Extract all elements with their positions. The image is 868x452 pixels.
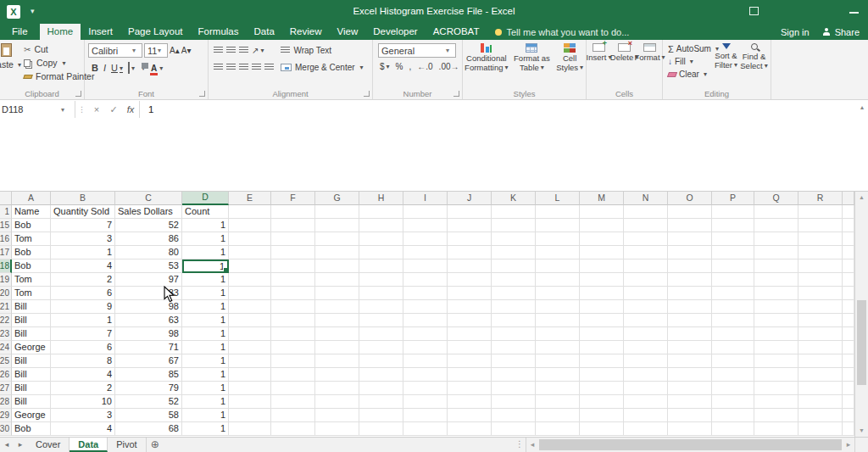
cell-L123[interactable] <box>536 327 580 341</box>
cell-M129[interactable] <box>580 409 624 422</box>
cell-B119[interactable]: 2 <box>51 273 115 287</box>
cell-F122[interactable] <box>271 314 315 327</box>
cell-R115[interactable] <box>798 219 843 232</box>
cell-O116[interactable] <box>668 232 712 246</box>
cell-F123[interactable] <box>271 327 315 341</box>
cell-A130[interactable]: Bob <box>12 422 51 436</box>
cell-M119[interactable] <box>580 273 624 287</box>
cell-Q130[interactable] <box>754 422 798 436</box>
cell-M121[interactable] <box>580 300 624 314</box>
cell-G121[interactable] <box>315 300 359 314</box>
cell-C118[interactable]: 53 <box>115 259 182 273</box>
ribbon-tab-review[interactable]: Review <box>282 24 330 40</box>
cell-N1[interactable] <box>624 205 668 219</box>
name-box-resizer-icon[interactable]: ⋮ <box>75 105 88 114</box>
cell-N118[interactable] <box>624 259 668 273</box>
cell-B120[interactable]: 6 <box>51 287 115 300</box>
cell-M118[interactable] <box>580 259 624 273</box>
cell-P115[interactable] <box>712 219 754 232</box>
formula-bar-collapse-icon[interactable]: ▴ <box>860 103 864 111</box>
cell-P126[interactable] <box>712 368 754 382</box>
cell-I127[interactable] <box>403 382 448 395</box>
cell-K122[interactable] <box>492 314 536 327</box>
cell-N124[interactable] <box>624 341 668 354</box>
fill-button[interactable]: ↓ Fill <box>666 55 712 68</box>
cell-R117[interactable] <box>798 246 843 259</box>
cell-P125[interactable] <box>712 354 754 368</box>
column-header-l[interactable]: L <box>536 192 580 205</box>
cell-D116[interactable]: 1 <box>182 232 229 246</box>
cell-Q127[interactable] <box>754 382 798 395</box>
cell-A117[interactable]: Bob <box>12 246 51 259</box>
cell-K128[interactable] <box>492 395 536 409</box>
align-center-icon[interactable] <box>226 64 236 71</box>
cell-Q119[interactable] <box>754 273 798 287</box>
cell-H129[interactable] <box>359 409 403 422</box>
ribbon-tab-acrobat[interactable]: ACROBAT <box>426 24 487 40</box>
cell-R122[interactable] <box>798 314 843 327</box>
cell-N122[interactable] <box>624 314 668 327</box>
cell-J127[interactable] <box>448 382 492 395</box>
cell-I128[interactable] <box>403 395 448 409</box>
cell-L128[interactable] <box>536 395 580 409</box>
cell-G124[interactable] <box>315 341 359 354</box>
cell-O124[interactable] <box>668 341 712 354</box>
cell-B116[interactable]: 3 <box>51 232 115 246</box>
cell-P121[interactable] <box>712 300 754 314</box>
row-header-115[interactable]: 115 <box>0 219 12 232</box>
cell-P118[interactable] <box>712 259 754 273</box>
cell-D118[interactable]: 1 <box>182 259 229 273</box>
horizontal-scrollbar[interactable]: ◂ ▸ <box>526 438 854 452</box>
column-header-k[interactable]: K <box>492 192 536 205</box>
cell-A125[interactable]: Bill <box>12 354 51 368</box>
ribbon-tab-developer[interactable]: Developer <box>365 24 425 40</box>
cell-F128[interactable] <box>271 395 315 409</box>
column-header-q[interactable]: Q <box>754 192 798 205</box>
cell-O127[interactable] <box>668 382 712 395</box>
cell-I118[interactable] <box>403 259 448 273</box>
scroll-right-icon[interactable]: ▸ <box>843 438 854 452</box>
cell-C115[interactable]: 52 <box>115 219 182 232</box>
italic-button[interactable]: I <box>103 63 106 73</box>
cell-I119[interactable] <box>403 273 448 287</box>
cell-C116[interactable]: 86 <box>115 232 182 246</box>
cell-K129[interactable] <box>492 409 536 422</box>
row-header-122[interactable]: 122 <box>0 314 12 327</box>
cell-I121[interactable] <box>403 300 448 314</box>
cell-C126[interactable]: 85 <box>115 368 182 382</box>
tell-me-box[interactable]: Tell me what you want to do... <box>495 24 629 40</box>
ribbon-tab-file[interactable]: File <box>0 24 40 40</box>
cell-E123[interactable] <box>229 327 271 341</box>
cell-N129[interactable] <box>624 409 668 422</box>
cell-N123[interactable] <box>624 327 668 341</box>
cell-D121[interactable]: 1 <box>182 300 229 314</box>
cell-D115[interactable]: 1 <box>182 219 229 232</box>
column-header-e[interactable]: E <box>229 192 271 205</box>
ribbon-tab-view[interactable]: View <box>330 24 366 40</box>
cell-E118[interactable] <box>229 259 271 273</box>
cell-I126[interactable] <box>403 368 448 382</box>
cell-D120[interactable]: 1 <box>182 287 229 300</box>
cell-N125[interactable] <box>624 354 668 368</box>
cell-F124[interactable] <box>271 341 315 354</box>
cell-H128[interactable] <box>359 395 403 409</box>
cell-M128[interactable] <box>580 395 624 409</box>
cell-F1[interactable] <box>271 205 315 219</box>
cell-F119[interactable] <box>271 273 315 287</box>
cell-E127[interactable] <box>229 382 271 395</box>
horizontal-scrollbar-thumb[interactable] <box>539 439 842 450</box>
cell-B129[interactable]: 3 <box>51 409 115 422</box>
clipboard-dialog-launcher-icon[interactable] <box>75 91 81 97</box>
cell-Q118[interactable] <box>754 259 798 273</box>
cell-Q125[interactable] <box>754 354 798 368</box>
cell-C117[interactable]: 80 <box>115 246 182 259</box>
cell-R127[interactable] <box>798 382 843 395</box>
cell-O123[interactable] <box>668 327 712 341</box>
cell-P116[interactable] <box>712 232 754 246</box>
cell-G122[interactable] <box>315 314 359 327</box>
cell-I115[interactable] <box>403 219 448 232</box>
cell-J124[interactable] <box>448 341 492 354</box>
cell-B117[interactable]: 1 <box>51 246 115 259</box>
cell-R129[interactable] <box>798 409 843 422</box>
cell-D129[interactable]: 1 <box>182 409 229 422</box>
